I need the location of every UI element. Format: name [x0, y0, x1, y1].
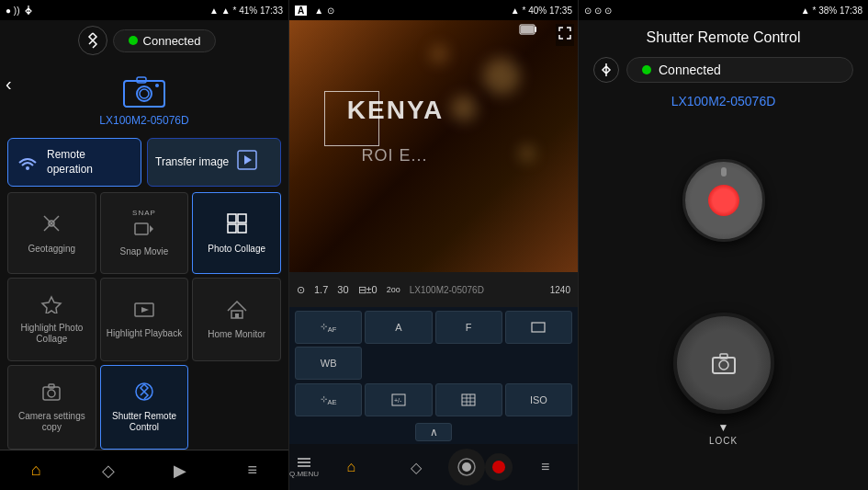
mode-a-button[interactable]: A	[365, 311, 432, 344]
nav-play-1[interactable]: ▶	[144, 450, 217, 490]
bluetooth-button-1[interactable]	[78, 26, 107, 55]
aspect-icon	[531, 322, 546, 333]
svg-rect-13	[228, 214, 236, 222]
shutter-remote-button[interactable]: Shutter Remote Control	[100, 365, 189, 450]
p2-nav-menu[interactable]: ≡	[513, 444, 578, 490]
camera-dial[interactable]	[673, 313, 774, 414]
wifi-icon	[16, 148, 39, 177]
grid-section: Geotagging SNAP Snap Movie Pho	[0, 192, 288, 450]
battery-bar	[519, 24, 537, 37]
svg-point-23	[48, 390, 55, 397]
wb-button[interactable]: WB	[295, 347, 362, 380]
snap-movie-button[interactable]: SNAP Snap Movie	[100, 192, 189, 274]
svg-point-5	[26, 166, 29, 170]
bokeh-3	[430, 45, 448, 63]
collage-icon	[226, 212, 248, 234]
geotagging-button[interactable]: Geotagging	[7, 192, 96, 274]
wb-label: WB	[321, 358, 337, 369]
nav-home-1[interactable]: ⌂	[0, 450, 73, 490]
camera-dial-icon	[711, 351, 737, 375]
qmenu-button[interactable]: Q.MENU	[289, 456, 319, 478]
photo-collage-button[interactable]: Photo Collage	[192, 192, 281, 274]
status-icons-1: ● ))	[6, 6, 19, 16]
panel-remote-operation: ● )) ▲ ▲ * 41% 17:33 Connected ‹	[0, 0, 289, 490]
battery-text-3: ▲ * 38% 17:38	[801, 6, 862, 16]
bokeh-4	[520, 146, 535, 161]
af-touch-button[interactable]: ⊹AF	[295, 311, 362, 344]
battery-text-2: ▲ * 40% 17:35	[511, 6, 572, 16]
status-left-2: A ▲ ⊙	[295, 6, 334, 16]
highlight-playback-button[interactable]: Highlight Playback	[100, 278, 189, 360]
camera-capture-icon	[457, 457, 477, 477]
status-right-3: ▲ * 38% 17:38	[801, 6, 862, 16]
svg-rect-28	[521, 26, 534, 33]
aspect-button[interactable]	[505, 311, 572, 344]
qmenu-label: Q.MENU	[289, 470, 319, 478]
p2-nav-wifi[interactable]: ◇	[384, 444, 449, 490]
photo-collage-icon	[226, 212, 248, 240]
status-bar-right-1: ▲ ▲ * 41% 17:33	[209, 6, 283, 16]
fullscreen-icon	[558, 26, 572, 40]
fullscreen-button[interactable]	[556, 24, 574, 46]
controls-row-2: ⊹AE +/- ISO	[289, 383, 578, 420]
svg-marker-17	[42, 297, 61, 313]
nav-menu-1[interactable]: ≡	[217, 450, 289, 490]
snap-text: SNAP	[132, 209, 156, 217]
ae-touch-button[interactable]: ⊹AE	[295, 383, 362, 416]
remote-icon	[16, 148, 39, 172]
connection-status-dot-3	[642, 65, 651, 74]
camera-svg	[120, 72, 168, 108]
camera-mode-icon: ⊙	[327, 6, 334, 16]
highlight-playback-label: Highlight Playback	[107, 328, 182, 339]
bluetooth-button-3[interactable]	[593, 57, 619, 83]
svg-marker-12	[150, 225, 153, 233]
home-monitor-button[interactable]: Home Monitor	[192, 278, 281, 360]
back-button[interactable]: ‹	[6, 74, 12, 95]
record-button-2[interactable]	[485, 453, 513, 481]
transfer-image-button[interactable]: Transfer image	[147, 138, 281, 187]
bluetooth-status-icon	[23, 5, 34, 16]
grid-button[interactable]	[435, 383, 502, 416]
capture-button[interactable]	[448, 449, 485, 485]
svg-rect-29	[532, 323, 545, 332]
p2-nav-home[interactable]: ⌂	[319, 444, 384, 490]
ae-touch-icon: ⊹AE	[321, 394, 337, 406]
photo-background: KENYA ROI E...	[289, 20, 578, 272]
camera-dial-section: ▼ LOCK	[673, 313, 774, 446]
record-button-dial	[708, 185, 739, 216]
bottom-nav-1: ⌂ ◇ ▶ ≡	[0, 450, 288, 490]
shutter-remote-label: Shutter Remote Control	[105, 411, 185, 433]
svg-point-4	[155, 84, 159, 87]
iso-label: ISO	[530, 394, 547, 405]
connected-label-1: Connected	[143, 34, 201, 48]
remote-operation-button[interactable]: Remote operation	[7, 138, 141, 187]
panel2-bottom-nav: Q.MENU ⌂ ◇ ≡	[289, 444, 578, 490]
status-bar-left-1: ● ))	[6, 5, 34, 16]
zoom-icon: +/-	[391, 393, 406, 406]
status-right-2: ▲ * 40% 17:35	[511, 6, 572, 16]
nav-wifi-1[interactable]: ◇	[73, 450, 145, 490]
camera-settings-button[interactable]: Camera settings copy	[7, 365, 96, 450]
highlight-photo-button[interactable]: Highlight Photo Collage	[7, 278, 96, 360]
iso-button[interactable]: ISO	[505, 383, 572, 416]
camera-settings-icon	[40, 382, 62, 407]
zoom-button[interactable]: +/-	[365, 383, 432, 416]
camset-icon	[40, 382, 62, 402]
transfer-image-label: Transfer image	[155, 155, 229, 170]
mode-f-button[interactable]: F	[435, 311, 502, 344]
shutter-remote-icon	[134, 382, 154, 407]
panel-viewfinder: A ▲ ⊙ ▲ * 40% 17:35 KENYA ROI E...	[289, 0, 579, 490]
panel3-connected-section: Connected	[579, 51, 868, 88]
battery-icon	[519, 24, 537, 35]
viewfinder-area[interactable]: KENYA ROI E...	[289, 20, 578, 272]
hplay-icon	[133, 301, 155, 319]
lock-arrow-icon: ▼	[718, 421, 729, 434]
arrow-up-button[interactable]: ∧	[415, 423, 452, 441]
photo-collage-label: Photo Collage	[208, 244, 265, 255]
shutter-value: 30	[337, 284, 348, 295]
shutter-remote-title: Shutter Remote Control	[579, 20, 868, 51]
af-touch-icon: ⊹AF	[321, 322, 337, 334]
snap-movie-icon	[133, 219, 155, 243]
main-buttons: Remote operation Transfer image	[7, 138, 281, 187]
record-dial[interactable]	[682, 159, 765, 242]
